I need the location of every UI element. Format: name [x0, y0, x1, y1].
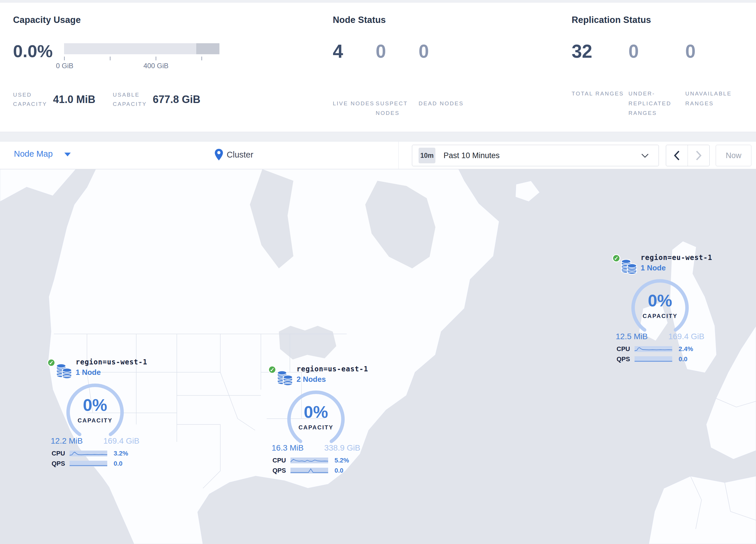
view-selector-dropdown[interactable]: Node Map: [14, 149, 71, 159]
qps-sparkline: [290, 468, 328, 474]
region-used-capacity: 12.5 MiB: [616, 332, 648, 341]
unavailable-label: UNAVAILABLE RANGES: [685, 89, 740, 118]
dead-nodes-count: 0: [419, 42, 461, 61]
database-stack-icon: [276, 370, 294, 387]
replication-status-title: Replication Status: [572, 3, 751, 25]
region-name: region=us-east-1: [297, 365, 368, 373]
gauge-capacity-label: CAPACITY: [628, 313, 692, 320]
cpu-sparkline: [290, 458, 328, 463]
region-marker-us-west-1[interactable]: ✓ region=us-west-1 1 Node 0% CAPAC: [47, 356, 143, 470]
database-stack-icon: [55, 363, 73, 380]
map-pin-icon: [215, 148, 223, 161]
map-toolbar: Node Map Cluster 10m Past 10 Minutes Now: [0, 141, 756, 169]
capacity-usage-section: Capacity Usage 0.0% 0 GiB 400 GiB USED C…: [13, 3, 320, 132]
region-node-count: 1 Node: [76, 368, 101, 377]
used-capacity-label: USED CAPACITY: [13, 90, 51, 109]
healthy-check-icon: ✓: [268, 366, 276, 374]
region-name: region=us-west-1: [76, 358, 147, 366]
capacity-bar: 0 GiB 400 GiB: [64, 43, 219, 75]
capacity-usage-title: Capacity Usage: [13, 3, 320, 25]
breadcrumb[interactable]: Cluster: [215, 148, 253, 161]
region-total-capacity: 169.4 GiB: [668, 332, 704, 341]
region-used-capacity: 16.3 MiB: [272, 443, 304, 453]
chevron-down-icon: [641, 153, 649, 158]
capacity-axis-tick: [110, 57, 110, 60]
qps-value: 0.0: [679, 356, 688, 363]
usable-capacity-value: 677.8 GiB: [153, 93, 200, 106]
used-capacity-value: 41.0 MiB: [53, 93, 95, 106]
capacity-axis-tick: [156, 57, 156, 60]
node-status-title: Node Status: [333, 3, 559, 25]
chevron-left-icon: [674, 150, 680, 160]
cpu-sparkline: [70, 451, 107, 456]
usable-capacity-label: USABLE CAPACITY: [113, 90, 151, 109]
time-range-badge: 10m: [419, 148, 435, 163]
cpu-sparkline: [635, 346, 672, 352]
caret-down-icon: [64, 153, 71, 156]
capacity-axis-label: 400 GiB: [143, 62, 169, 70]
node-status-section: Node Status 4 0 0 LIVE NODES SUSPECT NOD…: [333, 3, 559, 132]
qps-sparkline: [70, 461, 107, 467]
cluster-overview-panel: Capacity Usage 0.0% 0 GiB 400 GiB USED C…: [0, 2, 756, 132]
gauge-capacity-label: CAPACITY: [284, 424, 348, 431]
capacity-bar-nonusable-segment: [196, 43, 219, 54]
capacity-axis-tick: [64, 57, 65, 60]
under-replicated-label: UNDER-REPLICATED RANGES: [628, 89, 685, 118]
time-range-label: Past 10 Minutes: [444, 151, 500, 160]
region-node-count: 2 Nodes: [297, 375, 326, 384]
capacity-axis-tick: [201, 57, 202, 60]
time-step-back-button[interactable]: [666, 145, 688, 166]
cpu-label: CPU: [272, 457, 290, 464]
healthy-check-icon: ✓: [47, 359, 55, 367]
under-replicated-count: 0: [628, 42, 685, 61]
total-ranges-label: TOTAL RANGES: [572, 89, 628, 118]
qps-label: QPS: [272, 467, 290, 474]
dead-nodes-label: DEAD NODES: [419, 99, 465, 118]
cpu-label: CPU: [617, 345, 635, 353]
view-selector-label: Node Map: [14, 149, 53, 159]
database-stack-icon: [620, 258, 638, 276]
time-step-forward-button[interactable]: [688, 145, 709, 166]
capacity-percent: 0.0%: [13, 43, 64, 60]
time-range-dropdown[interactable]: 10m Past 10 Minutes: [412, 145, 659, 166]
qps-value: 0.0: [114, 460, 123, 467]
suspect-nodes-label: SUSPECT NODES: [376, 99, 419, 118]
breadcrumb-label: Cluster: [227, 150, 253, 159]
replication-status-section: Replication Status 32 0 0 TOTAL RANGES U…: [572, 3, 751, 132]
gauge-percent: 0%: [284, 402, 348, 422]
region-used-capacity: 12.2 MiB: [51, 436, 83, 446]
gauge-percent: 0%: [63, 395, 127, 415]
cpu-label: CPU: [52, 450, 70, 457]
cpu-value: 5.2%: [335, 457, 349, 464]
time-step-controls: [666, 145, 710, 166]
region-total-capacity: 169.4 GiB: [103, 436, 139, 446]
live-nodes-count: 4: [333, 42, 376, 61]
capacity-gauge: 0% CAPACITY: [628, 278, 692, 332]
region-name: region=eu-west-1: [641, 253, 712, 262]
capacity-axis-label: 0 GiB: [56, 62, 73, 70]
gauge-percent: 0%: [628, 291, 692, 310]
now-button[interactable]: Now: [716, 145, 751, 166]
cpu-value: 3.2%: [114, 450, 128, 457]
toolbar-divider: [398, 141, 399, 169]
qps-label: QPS: [52, 460, 70, 467]
gauge-capacity-label: CAPACITY: [63, 417, 127, 424]
capacity-gauge: 0% CAPACITY: [63, 382, 127, 436]
region-total-capacity: 338.9 GiB: [324, 443, 360, 453]
cpu-value: 2.4%: [679, 345, 693, 353]
total-ranges-count: 32: [572, 42, 628, 61]
qps-label: QPS: [617, 356, 635, 363]
healthy-check-icon: ✓: [612, 254, 620, 262]
region-marker-us-east-1[interactable]: ✓ region=us-east-1 2 Nodes 0% CAPA: [268, 363, 364, 477]
region-marker-eu-west-1[interactable]: ✓ region=eu-west-1 1 Node 0% CAPAC: [612, 252, 708, 366]
qps-value: 0.0: [335, 467, 344, 474]
suspect-nodes-count: 0: [376, 42, 419, 61]
qps-sparkline: [635, 356, 672, 362]
region-node-count: 1 Node: [641, 263, 666, 273]
capacity-gauge: 0% CAPACITY: [284, 389, 348, 443]
node-map: ✓ region=us-west-1 1 Node 0% CAPAC: [0, 169, 756, 544]
unavailable-count: 0: [685, 42, 742, 61]
live-nodes-label: LIVE NODES: [333, 99, 376, 118]
chevron-right-icon: [696, 150, 702, 160]
